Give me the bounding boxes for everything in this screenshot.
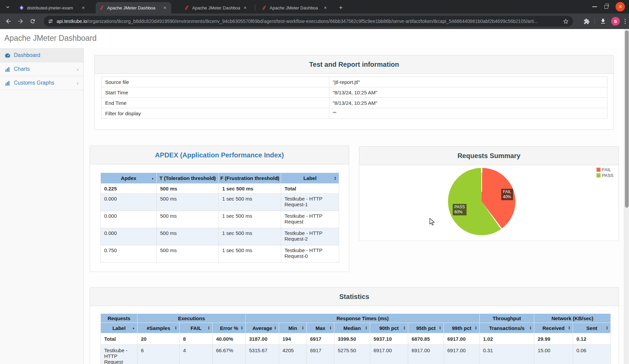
- back-arrow-icon: [5, 18, 12, 25]
- sort-icon: ▲▼: [334, 176, 336, 180]
- forward-button[interactable]: [16, 16, 26, 26]
- page-scrollbar[interactable]: [624, 29, 629, 364]
- sort-icon: ▲▼: [276, 176, 278, 180]
- legend-swatch-pass: [596, 173, 601, 178]
- sort-asc-icon: ▲: [132, 327, 135, 330]
- column-header-median[interactable]: Median▲▼: [334, 323, 370, 333]
- downloads-icon[interactable]: [600, 18, 606, 25]
- table-row: 0.000500 ms 1 sec 500 msTestkube - HTTP …: [101, 211, 339, 228]
- column-header-samples[interactable]: #Samples▲▼: [138, 323, 180, 333]
- jmeter-icon: [262, 5, 267, 10]
- browser-toolbar: api.testkube.io/organizations/tkcorg_b8d…: [0, 13, 629, 29]
- column-header-min[interactable]: Min▲▼: [279, 323, 307, 333]
- page-header: Apache JMeter Dashboard: [0, 29, 629, 48]
- tab-title: Apache JMeter Dashboa: [107, 5, 160, 10]
- apdex-table: Apdex▲ T (Toleration threshold)▲▼ F (Fru…: [100, 173, 339, 263]
- profile-avatar[interactable]: S: [611, 17, 620, 26]
- info-value: "8/13/24, 10:25 AM": [329, 98, 607, 108]
- column-header-average[interactable]: Average▲▼: [246, 323, 279, 333]
- column-header-label[interactable]: Label▲: [101, 323, 138, 333]
- tab-jmeter-dashboard-1[interactable]: Apache JMeter Dashboa ✕: [96, 2, 171, 13]
- column-header-error[interactable]: Error %▲▼: [213, 323, 246, 333]
- tab-close-icon[interactable]: ✕: [80, 5, 86, 11]
- table-row: Start Time "8/13/24, 10:25 AM": [102, 87, 607, 98]
- browser-menu-icon[interactable]: [625, 19, 626, 24]
- new-tab-button[interactable]: +: [336, 3, 345, 12]
- tab-close-icon[interactable]: ✕: [242, 5, 248, 11]
- column-header-toleration[interactable]: T (Toleration threshold)▲▼: [157, 173, 219, 184]
- window-close-button[interactable]: ✕: [616, 2, 625, 11]
- table-row: End Time "8/13/24, 10:25 AM": [102, 98, 607, 108]
- column-header-transactions[interactable]: Transactions/s▲▼: [480, 323, 534, 333]
- group-header-throughput: Throughput: [480, 314, 534, 323]
- extensions-icon[interactable]: [583, 18, 590, 25]
- page: Apache JMeter Dashboard Dashboard Charts…: [0, 29, 629, 364]
- column-header-90pct[interactable]: 90th pct▲▼: [370, 323, 408, 333]
- jmeter-icon: [184, 5, 189, 10]
- back-button[interactable]: [3, 16, 13, 26]
- table-header-row: Label▲ #Samples▲▼ FAIL▲▼ Error %▲▼ Avera…: [101, 323, 611, 333]
- panel-heading: Test and Report information: [95, 55, 613, 74]
- sidebar: Dashboard Charts ‹ Customs Graphs ‹: [0, 48, 84, 364]
- table-row: 0.000500 ms 1 sec 500 msTestkube - HTTP …: [101, 194, 339, 211]
- column-header-frustration[interactable]: F (Frustration threshold)▲▼: [219, 173, 281, 184]
- sidebar-item-dashboard[interactable]: Dashboard: [0, 49, 83, 62]
- reload-icon: [30, 18, 36, 24]
- table-row: 0.000500 ms 1 sec 500 msTestkube - HTTP …: [101, 228, 339, 245]
- bar-chart-icon: [5, 66, 10, 72]
- column-header-apdex[interactable]: Apdex▲: [101, 173, 157, 184]
- scrollbar-thumb[interactable]: [625, 30, 629, 208]
- panel-heading: APDEX (Application Performance Index): [90, 146, 349, 164]
- sidebar-item-charts[interactable]: Charts ‹: [0, 62, 83, 76]
- tab-separator: [255, 5, 255, 11]
- forward-arrow-icon: [17, 18, 24, 25]
- chart-legend: FAIL PASS: [596, 167, 613, 179]
- tab-close-icon[interactable]: ✕: [322, 5, 328, 11]
- site-info-icon[interactable]: [48, 19, 53, 24]
- table-header-row: Apdex▲ T (Toleration threshold)▲▼ F (Fru…: [101, 173, 339, 184]
- url-bar[interactable]: api.testkube.io/organizations/tkcorg_b8d…: [44, 16, 573, 27]
- tab-distributed-jmeter[interactable]: distributed-jmeter-exam ✕: [16, 2, 90, 13]
- bookmark-star-icon[interactable]: [563, 18, 569, 25]
- sort-icon: ▲▼: [302, 326, 304, 330]
- window-restore-button[interactable]: [604, 5, 608, 9]
- panel-heading: Statistics: [90, 287, 619, 306]
- tab-jmeter-dashboard-2[interactable]: Apache JMeter Dashboa ✕: [181, 2, 251, 13]
- sort-icon: ▲▼: [274, 326, 276, 330]
- tab-close-icon[interactable]: ✕: [162, 5, 168, 11]
- test-report-info-table: Source file "jtl-report.jtl" Start Time …: [101, 77, 607, 119]
- sort-icon: ▲▼: [403, 326, 406, 330]
- sort-icon: ▲▼: [365, 326, 367, 330]
- panel-heading: Requests Summary: [359, 147, 619, 165]
- sidebar-item-customs-graphs[interactable]: Customs Graphs ‹: [0, 76, 83, 90]
- sort-icon: ▲▼: [439, 326, 441, 330]
- window-minimize-button[interactable]: [592, 6, 597, 7]
- column-header-99pct[interactable]: 99th pct▲▼: [444, 323, 480, 333]
- panel-title: APDEX (Application Performance Index): [155, 151, 284, 159]
- table-row: 0.750500 ms 1 sec 500 msTestkube - HTTP …: [101, 245, 339, 263]
- column-header-received[interactable]: Received▲▼: [534, 323, 573, 333]
- column-header-max[interactable]: Max▲▼: [307, 323, 334, 333]
- sidebar-item-label: Charts: [14, 66, 30, 72]
- reload-button[interactable]: [28, 16, 38, 26]
- statistics-panel: Statistics Requests Executions Response …: [90, 287, 619, 364]
- info-label: End Time: [102, 98, 329, 108]
- toolbar-divider: [595, 18, 595, 24]
- page-title: Apache JMeter Dashboard: [4, 34, 97, 43]
- tab-title: Apache JMeter Dashboa: [192, 5, 240, 10]
- group-header-executions: Executions: [138, 314, 246, 323]
- pie-slice-label-pass: PASS 60%: [453, 204, 467, 215]
- sort-icon: ▲▼: [329, 326, 332, 330]
- table-row: Testkube - HTTP Request6 466.67% 5315.67…: [101, 345, 611, 364]
- group-header-response-times: Response Times (ms): [246, 314, 480, 323]
- column-header-sent[interactable]: Sent▲▼: [573, 323, 611, 333]
- column-header-fail[interactable]: FAIL▲▼: [180, 323, 213, 333]
- sort-icon: ▲▼: [208, 326, 210, 330]
- group-header-requests: Requests: [101, 314, 138, 323]
- column-header-95pct[interactable]: 95th pct▲▼: [408, 323, 444, 333]
- tab-jmeter-dashboard-3[interactable]: Apache JMeter Dashboa ✕: [258, 2, 332, 13]
- column-header-label[interactable]: Label▲▼: [281, 173, 339, 184]
- sort-icon: ▲▼: [241, 326, 243, 330]
- tab-search-button[interactable]: [3, 3, 13, 11]
- table-row: Source file "jtl-report.jtl": [102, 77, 607, 87]
